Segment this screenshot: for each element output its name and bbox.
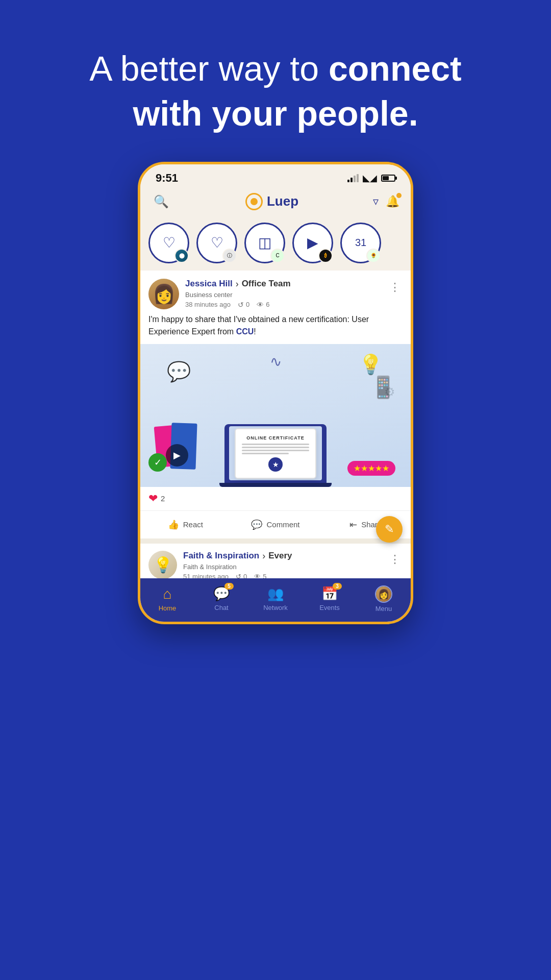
- home-label: Home: [159, 604, 177, 612]
- cert-title: ONLINE CERTIFICATE: [242, 435, 309, 440]
- post-meta-1: Jessica Hill › Office Team Business cent…: [185, 279, 381, 309]
- events-badge: 3: [333, 583, 342, 590]
- stories-row[interactable]: ♡ ⬤ ♡ ⓘ ◫ C ▶: [140, 217, 411, 271]
- post-time-1: 38 minutes ago: [185, 301, 231, 308]
- nav-item-network[interactable]: 👥 Network: [248, 586, 303, 611]
- react-count-1: 2: [161, 494, 165, 503]
- fab-compose[interactable]: ✎: [376, 516, 403, 543]
- menu-avatar: 👩: [375, 585, 392, 603]
- post-text-1: I'm happy to share that I've obtained a …: [140, 313, 411, 344]
- post-group-1: Office Team: [242, 279, 291, 289]
- post-actions-1: 👍 React 💬 Comment ⇤ Share: [140, 510, 411, 538]
- chat-badge: 5: [224, 583, 234, 590]
- post-author-line-2: Faith & Inspiration › Every: [183, 551, 381, 561]
- post-sub-1: Business center: [185, 291, 381, 299]
- post-highlight-1: CCU: [236, 327, 254, 336]
- network-label: Network: [263, 604, 288, 611]
- author-avatar-1: 👩: [148, 279, 179, 309]
- story-item-0[interactable]: ♡ ⬤: [148, 223, 189, 263]
- post-sub-2: Faith & Inspiration: [183, 563, 381, 571]
- logo-inner: [251, 198, 258, 205]
- app-logo: Luep: [245, 193, 298, 210]
- app-header: 🔍 Luep ▿ 🔔: [140, 189, 411, 217]
- network-icon: 👥: [267, 586, 284, 602]
- events-label: Events: [319, 604, 340, 611]
- post-author-line-1: Jessica Hill › Office Team: [185, 279, 381, 289]
- author-avatar-2: 💡: [148, 551, 177, 579]
- events-icon: 📅 3: [321, 586, 338, 602]
- bottom-nav: ⌂ Home 💬 5 Chat 👥 Network 📅 3 Events 👩: [140, 578, 411, 622]
- notification-dot: [396, 193, 402, 198]
- wifi-decoration: ∿: [270, 353, 282, 370]
- logo-ring: [245, 193, 263, 210]
- comment-icon: 💬: [251, 519, 262, 530]
- story-item-4[interactable]: 31 🌻: [340, 223, 381, 263]
- signal-icon: [347, 174, 359, 182]
- status-time: 9:51: [156, 172, 178, 185]
- more-options-1[interactable]: ⋮: [387, 279, 403, 296]
- feed: 👩 Jessica Hill › Office Team Business ce…: [140, 271, 411, 587]
- react-button[interactable]: 👍 React: [140, 514, 231, 535]
- post-image-1: ∿ 💬 💡 ⚙ ONLINE CERTIFICATE: [140, 344, 411, 487]
- battery-icon: [381, 175, 395, 182]
- view-stat-1: 👁 6: [257, 301, 269, 309]
- header-right-icons: ▿ 🔔: [373, 195, 399, 208]
- chat-icon: 💬 5: [213, 586, 230, 602]
- status-icons: ◣◢: [347, 173, 395, 184]
- story-item-1[interactable]: ♡ ⓘ: [196, 223, 237, 263]
- author-name-1: Jessica Hill: [185, 279, 233, 289]
- wifi-icon: ◣◢: [363, 173, 377, 184]
- nav-item-menu[interactable]: 👩 Menu: [357, 585, 411, 612]
- home-icon: ⌂: [163, 586, 172, 602]
- chat-decoration: 💬: [167, 360, 191, 383]
- hero-text: A better way to connect with your people…: [89, 46, 461, 136]
- menu-label: Menu: [375, 605, 392, 612]
- nav-item-home[interactable]: ⌂ Home: [140, 586, 194, 612]
- check-badge: ✓: [148, 453, 167, 472]
- laptop: ONLINE CERTIFICATE ★: [219, 424, 332, 487]
- hero-section: A better way to connect with your people…: [48, 0, 502, 162]
- search-icon[interactable]: 🔍: [152, 192, 171, 211]
- cert-lines: [242, 444, 309, 454]
- play-button[interactable]: ▶: [166, 444, 188, 467]
- post-card-1: 👩 Jessica Hill › Office Team Business ce…: [140, 271, 411, 538]
- phone-frame: 9:51 ◣◢ 🔍 Luep ▿ 🔔: [138, 162, 413, 624]
- heart-icon: ❤: [148, 492, 158, 505]
- phone-decoration: 📱: [370, 375, 396, 400]
- status-bar: 9:51 ◣◢: [140, 164, 411, 189]
- story-item-2[interactable]: ◫ C: [244, 223, 285, 263]
- stars-badge: ★★★★★: [347, 461, 395, 476]
- more-options-2[interactable]: ⋮: [387, 551, 403, 568]
- chevron-1: ›: [236, 279, 239, 289]
- react-icon: 👍: [168, 519, 179, 530]
- comment-button[interactable]: 💬 Comment: [231, 514, 321, 535]
- post-meta-2: Faith & Inspiration › Every Faith & Insp…: [183, 551, 381, 580]
- share-icon: ⇤: [349, 519, 357, 530]
- cert-seal: ★: [268, 457, 283, 472]
- filter-icon[interactable]: ▿: [373, 195, 379, 208]
- chevron-2: ›: [262, 551, 265, 561]
- logo-text: Luep: [267, 193, 298, 209]
- cert-paper: ONLINE CERTIFICATE ★: [235, 428, 316, 479]
- bulb-decoration: 💡: [359, 353, 383, 376]
- nav-item-events[interactable]: 📅 3 Events: [303, 586, 357, 611]
- chat-label: Chat: [214, 604, 228, 611]
- post-group-partial: Every: [268, 551, 292, 561]
- notification-icon[interactable]: 🔔: [386, 195, 399, 208]
- post-reactions-1: ❤ 2: [140, 487, 411, 510]
- share-stat-1: ↺ 0: [238, 301, 249, 309]
- story-item-3[interactable]: ▶ ₿: [292, 223, 333, 263]
- nav-item-chat[interactable]: 💬 5 Chat: [194, 586, 248, 611]
- post-header-1: 👩 Jessica Hill › Office Team Business ce…: [140, 271, 411, 313]
- post-stats-1: 38 minutes ago ↺ 0 👁 6: [185, 301, 381, 309]
- author-name-2: Faith & Inspiration: [183, 551, 259, 561]
